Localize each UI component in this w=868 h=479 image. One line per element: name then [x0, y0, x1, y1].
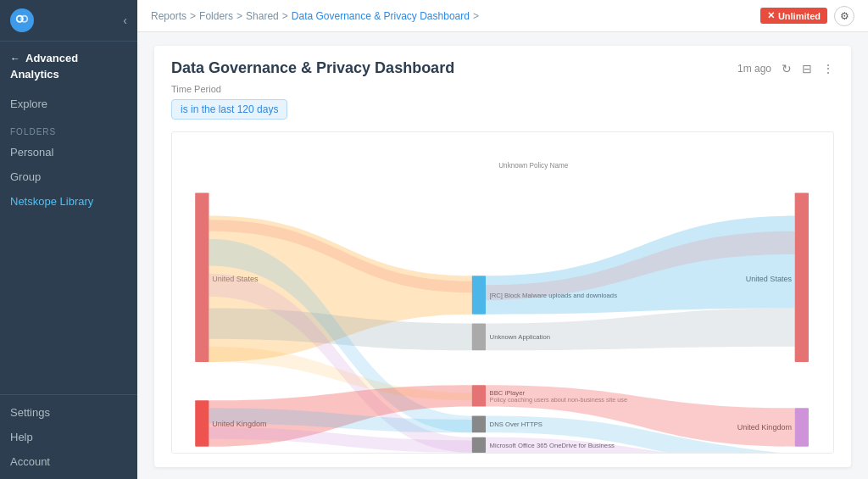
- unlimited-badge: ✕ Unlimited: [760, 8, 827, 24]
- dashboard: Data Governance & Privacy Dashboard 1m a…: [137, 32, 868, 479]
- breadcrumb: Reports > Folders > Shared > Data Govern…: [151, 10, 479, 22]
- svg-rect-18: [472, 385, 486, 406]
- folders-section-label: FOLDERS: [0, 117, 137, 140]
- dashboard-header: Data Governance & Privacy Dashboard 1m a…: [171, 59, 834, 77]
- sidebar-item-settings[interactable]: Settings: [0, 400, 137, 425]
- sankey-chart: Unknown Policy Name United States United…: [171, 131, 834, 454]
- sidebar-item-account[interactable]: Account: [0, 449, 137, 474]
- breadcrumb-sep4: >: [473, 10, 479, 22]
- logo-icon: [10, 8, 34, 32]
- breadcrumb-sep2: >: [236, 10, 242, 22]
- svg-rect-14: [472, 276, 486, 314]
- svg-text:Unknown Policy Name: Unknown Policy Name: [498, 162, 569, 170]
- breadcrumb-sep1: >: [190, 10, 196, 22]
- filter-icon[interactable]: ⊟: [802, 62, 812, 75]
- topbar-right: ✕ Unlimited ⚙: [760, 6, 854, 26]
- collapse-button[interactable]: ‹: [123, 14, 127, 27]
- svg-rect-16: [472, 324, 486, 351]
- svg-rect-21: [472, 415, 486, 432]
- filter-badge[interactable]: is in the last 120 days: [171, 99, 287, 120]
- main-content: Reports > Folders > Shared > Data Govern…: [137, 0, 868, 479]
- nav-title-line2: Analytics: [0, 68, 137, 91]
- time-ago-label: 1m ago: [737, 63, 771, 75]
- svg-rect-6: [195, 400, 209, 446]
- back-arrow: ←: [10, 53, 20, 64]
- breadcrumb-dashboard[interactable]: Data Governance & Privacy Dashboard: [292, 10, 470, 22]
- dashboard-actions: 1m ago ↻ ⊟ ⋮: [737, 62, 834, 75]
- svg-rect-39: [795, 192, 809, 362]
- breadcrumb-shared[interactable]: Shared: [246, 10, 279, 22]
- settings-gear-button[interactable]: ⚙: [834, 6, 854, 26]
- sidebar-item-explore[interactable]: Explore: [0, 91, 137, 117]
- breadcrumb-folders[interactable]: Folders: [199, 10, 233, 22]
- unlimited-badge-label: Unlimited: [778, 11, 821, 21]
- breadcrumb-sep3: >: [282, 10, 288, 22]
- sidebar-item-personal[interactable]: Personal: [0, 140, 137, 164]
- sidebar-header: ‹: [0, 0, 137, 42]
- svg-rect-41: [795, 408, 809, 446]
- topbar: Reports > Folders > Shared > Data Govern…: [137, 0, 868, 32]
- refresh-icon[interactable]: ↻: [782, 62, 792, 75]
- unlimited-badge-icon: ✕: [767, 10, 775, 21]
- nav-title-line1: Advanced: [25, 52, 78, 64]
- sidebar: ‹ ← Advanced Analytics Explore FOLDERS P…: [0, 0, 137, 479]
- back-nav[interactable]: ← Advanced: [0, 42, 137, 68]
- sidebar-item-help[interactable]: Help: [0, 425, 137, 449]
- more-options-icon[interactable]: ⋮: [822, 62, 834, 75]
- breadcrumb-reports[interactable]: Reports: [151, 10, 186, 22]
- sidebar-bottom: Settings Help Account: [0, 394, 137, 479]
- dashboard-title: Data Governance & Privacy Dashboard: [171, 59, 454, 77]
- dashboard-inner: Data Governance & Privacy Dashboard 1m a…: [154, 46, 851, 467]
- sidebar-item-netskope-library[interactable]: Netskope Library: [0, 189, 137, 214]
- time-period-label: Time Period: [171, 84, 834, 94]
- chart-scroll[interactable]: Unknown Policy Name United States United…: [172, 132, 833, 453]
- svg-rect-23: [472, 437, 486, 453]
- svg-rect-4: [195, 192, 209, 362]
- sidebar-item-group[interactable]: Group: [0, 164, 137, 189]
